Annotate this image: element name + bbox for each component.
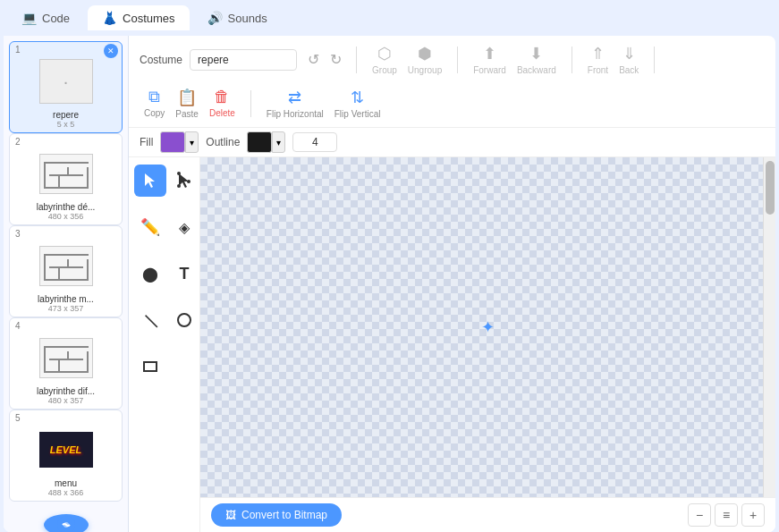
delete-icon: 🗑: [214, 88, 230, 106]
flip-v-label: Flip Vertical: [334, 109, 381, 119]
zoom-controls: − ≡ +: [688, 503, 765, 527]
svg-point-5: [178, 314, 191, 326]
ungroup-button[interactable]: ⬢ Ungroup: [403, 41, 446, 78]
outline-label: Outline: [206, 136, 240, 148]
editor-body: ✏️ ◈ ⬤ T |: [129, 157, 775, 532]
paste-button[interactable]: 📋 Paste: [171, 85, 203, 122]
forward-button[interactable]: ⬆ Forward: [469, 41, 511, 78]
svg-point-4: [187, 180, 191, 183]
tab-costumes-label: Costumes: [123, 12, 175, 25]
costume-item-2[interactable]: 2 labyrinthe dé...480 x 356: [9, 133, 123, 225]
zoom-in-button[interactable]: +: [741, 503, 765, 527]
group-ungroup-group: ⬡ Group ⬢ Ungroup: [368, 41, 446, 78]
svg-point-3: [177, 184, 181, 188]
costume-label: Costume: [140, 54, 182, 66]
tab-code[interactable]: 💻 Code: [7, 5, 84, 30]
main-container: 1✕·repere5 x 52 labyrinthe dé...480 x 35…: [4, 36, 775, 532]
paste-label: Paste: [175, 109, 199, 119]
forward-icon: ⬆: [483, 44, 496, 63]
back-label: Back: [619, 65, 639, 75]
tool-brush[interactable]: ✏️: [134, 211, 166, 243]
fill-label: Fill: [140, 136, 153, 148]
redo-button[interactable]: ↻: [326, 49, 345, 70]
separator-1: [356, 46, 357, 73]
tool-line[interactable]: |: [129, 298, 173, 343]
toolbar-top: Costume ↺ ↻ ⬡ Group ⬢ Ungroup: [129, 36, 775, 128]
front-label: Front: [588, 65, 608, 75]
backward-label: Backward: [517, 65, 556, 75]
flip-horizontal-button[interactable]: ⇄ Flip Horizontal: [262, 85, 328, 122]
costume-item-1[interactable]: 1✕·repere5 x 5: [9, 41, 123, 133]
flip-group: ⇄ Flip Horizontal ⇅ Flip Vertical: [262, 85, 385, 122]
tool-fill[interactable]: ⬤: [134, 258, 166, 290]
separator-2: [457, 46, 458, 73]
convert-to-bitmap-button[interactable]: 🖼 Convert to Bitmap: [211, 503, 342, 527]
costume-item-4[interactable]: 4 labyrinthe dif...480 x 357: [9, 317, 123, 410]
copy-label: Copy: [144, 108, 165, 118]
back-icon: ⇓: [622, 44, 636, 63]
undo-redo-group: ↺ ↻: [304, 49, 345, 70]
costume-sidebar: 1✕·repere5 x 52 labyrinthe dé...480 x 35…: [4, 36, 129, 532]
svg-point-2: [177, 172, 181, 175]
undo-button[interactable]: ↺: [304, 49, 323, 70]
fill-color-swatch[interactable]: [160, 131, 185, 153]
scrollbar-thumb: [766, 161, 775, 215]
tool-eraser[interactable]: ◈: [168, 211, 200, 243]
copy-button[interactable]: ⧉ Copy: [140, 85, 169, 122]
front-back-group: ⇑ Front ⇓ Back: [583, 41, 644, 78]
canvas-viewport[interactable]: ✦: [200, 157, 775, 497]
toolbar-fill: Fill ▾ Outline ▾: [129, 128, 775, 157]
costumes-icon: 👗: [102, 11, 117, 25]
tool-circle[interactable]: [168, 304, 200, 336]
delete-label: Delete: [209, 108, 235, 118]
code-icon: 💻: [21, 11, 37, 25]
outline-color-swatch[interactable]: [247, 131, 272, 153]
tab-code-label: Code: [42, 12, 70, 25]
canvas-scrollbar[interactable]: [763, 157, 775, 497]
canvas-center-marker: ✦: [481, 317, 495, 337]
group-icon: ⬡: [377, 44, 392, 63]
delete-button[interactable]: 🗑 Delete: [205, 85, 240, 122]
convert-label: Convert to Bitmap: [241, 509, 327, 521]
tools-panel: ✏️ ◈ ⬤ T |: [129, 157, 200, 532]
costume-delete-button[interactable]: ✕: [104, 44, 118, 58]
costume-name-input[interactable]: [190, 49, 297, 71]
group-button[interactable]: ⬡ Group: [368, 41, 402, 78]
tool-select[interactable]: [134, 165, 166, 197]
tab-sounds[interactable]: 🔊 Sounds: [193, 5, 282, 30]
paste-icon: 📋: [177, 88, 197, 107]
separator-3: [572, 46, 572, 73]
front-button[interactable]: ⇑ Front: [583, 41, 613, 78]
copy-icon: ⧉: [148, 88, 160, 106]
canvas-bottom: 🖼 Convert to Bitmap − ≡ +: [200, 497, 775, 532]
sounds-icon: 🔊: [207, 11, 223, 25]
fill-dropdown-arrow[interactable]: ▾: [185, 131, 199, 153]
forward-label: Forward: [473, 65, 506, 75]
convert-icon: 🖼: [225, 509, 236, 521]
backward-button[interactable]: ⬇ Backward: [512, 41, 561, 78]
outline-value-input[interactable]: [292, 132, 337, 152]
clipboard-group: ⧉ Copy 📋 Paste 🗑 Delete: [140, 85, 240, 122]
ungroup-label: Ungroup: [408, 65, 442, 75]
outline-dropdown-arrow[interactable]: ▾: [272, 131, 285, 153]
canvas-area: ✦ 🖼 Convert to Bitmap − ≡ +: [200, 157, 775, 532]
zoom-out-button[interactable]: −: [688, 503, 711, 527]
costume-item-3[interactable]: 3 labyrinthe m...473 x 357: [9, 225, 123, 317]
tool-text[interactable]: T: [168, 258, 200, 290]
back-button[interactable]: ⇓ Back: [614, 41, 643, 78]
tool-reshape[interactable]: [168, 165, 200, 197]
tool-rectangle[interactable]: [134, 350, 166, 383]
flip-h-label: Flip Horizontal: [267, 109, 324, 119]
svg-point-1: [64, 522, 69, 528]
order-group: ⬆ Forward ⬇ Backward: [469, 41, 561, 78]
front-icon: ⇑: [591, 44, 605, 63]
tab-costumes[interactable]: 👗 Costumes: [88, 5, 190, 30]
group-label: Group: [372, 65, 397, 75]
svg-rect-6: [144, 362, 157, 371]
flip-vertical-button[interactable]: ⇅ Flip Vertical: [330, 85, 385, 122]
backward-icon: ⬇: [529, 44, 543, 63]
zoom-reset-button[interactable]: ≡: [715, 503, 738, 527]
add-costume-button[interactable]: [44, 514, 89, 532]
costume-item-5[interactable]: 5LEVELmenu488 x 366: [9, 410, 123, 502]
content-area: Costume ↺ ↻ ⬡ Group ⬢ Ungroup: [129, 36, 775, 532]
